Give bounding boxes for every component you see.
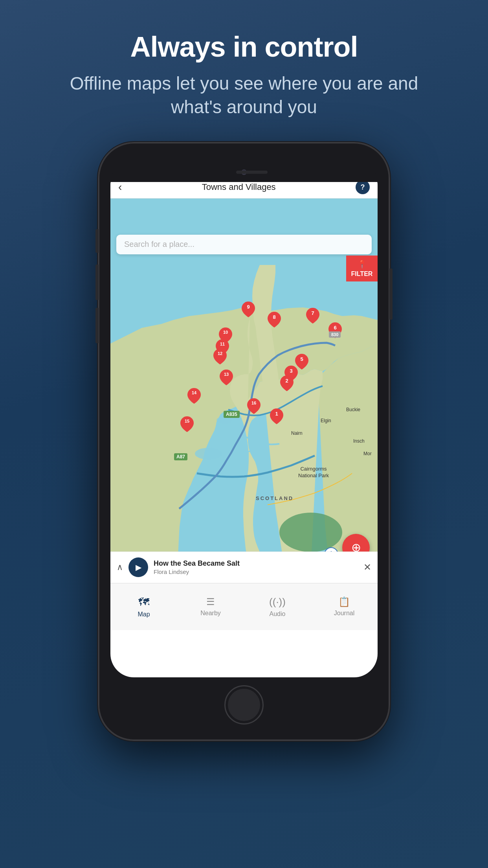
nav-title: Towns and Villages: [202, 182, 276, 192]
tab-journal-label: Journal: [334, 610, 354, 617]
map-pin-13[interactable]: 13: [220, 370, 233, 385]
map-pin-13-label: 13: [224, 372, 229, 377]
tab-map[interactable]: 🗺 Map: [110, 596, 177, 618]
phone-side-button-2: [95, 265, 99, 300]
search-bar-container: Search for a place...: [116, 235, 372, 254]
audio-player: ∧ ▶ How the Sea Became Salt Flora Lindse…: [110, 552, 378, 583]
audio-close-button[interactable]: ✕: [363, 562, 371, 573]
svg-point-1: [195, 448, 222, 460]
map-pin-14[interactable]: 14: [187, 388, 201, 404]
road-label-a835: A835: [224, 411, 240, 418]
map-pin-6-label: 6: [334, 325, 336, 331]
filter-pin-icon: 📍: [357, 259, 367, 269]
tab-nearby-icon: ☰: [206, 596, 215, 607]
tab-audio[interactable]: ((·)) Audio: [244, 596, 311, 618]
map-pin-1-label: 1: [275, 411, 278, 417]
map-pin-15-label: 15: [185, 419, 189, 423]
page-headline: Always in control: [130, 31, 358, 63]
map-pin-3-label: 3: [290, 368, 292, 374]
audio-info: How the Sea Became Salt Flora Lindsey: [154, 559, 358, 575]
search-placeholder: Search for a place...: [124, 240, 194, 249]
phone-notch: [110, 162, 378, 182]
place-mor: Mor: [363, 451, 372, 456]
place-cairngorms: CairngormsNational Park: [298, 466, 329, 479]
audio-play-button[interactable]: ▶: [128, 557, 148, 577]
filter-label: FILTER: [351, 270, 373, 278]
tab-map-icon: 🗺: [138, 596, 149, 609]
place-buckie: Buckie: [346, 407, 360, 412]
search-bar[interactable]: Search for a place...: [116, 235, 372, 254]
map-pin-1[interactable]: 1: [270, 408, 283, 424]
audio-author: Flora Lindsey: [154, 568, 358, 575]
phone-mockup: Carrier 📶 3:49 PM ‹ Towns and Villages ?: [99, 143, 389, 740]
map-pin-12[interactable]: 12: [213, 349, 227, 364]
phone-side-button-1: [95, 229, 99, 253]
tab-journal[interactable]: 📋 Journal: [311, 596, 378, 617]
tab-map-label: Map: [138, 611, 150, 618]
filter-button[interactable]: 📍 FILTER: [346, 256, 378, 281]
phone-screen: Carrier 📶 3:49 PM ‹ Towns and Villages ?: [110, 162, 378, 677]
tab-audio-icon: ((·)): [269, 596, 286, 608]
tab-nearby[interactable]: ☰ Nearby: [177, 596, 244, 617]
map-pin-9[interactable]: 9: [242, 302, 255, 317]
road-label-a87: A87: [174, 453, 187, 460]
tab-audio-label: Audio: [270, 611, 286, 618]
tab-journal-icon: 📋: [338, 596, 350, 607]
map-pin-7-label: 7: [311, 310, 314, 316]
phone-side-button-3: [95, 308, 99, 343]
audio-title: How the Sea Became Salt: [154, 559, 358, 568]
page-subheadline: Offline maps let you see where you are a…: [67, 72, 421, 119]
audio-play-icon: ▶: [136, 563, 141, 572]
tab-bar: 🗺 Map ☰ Nearby ((·)) Audio 📋 Journal: [110, 583, 378, 630]
help-button[interactable]: ?: [356, 180, 370, 194]
phone-speaker: [236, 171, 268, 174]
map-pin-5[interactable]: 5: [295, 354, 308, 370]
map-pin-9-label: 9: [247, 304, 250, 310]
map-pin-10-label: 10: [223, 330, 228, 335]
map-pin-15[interactable]: 15: [180, 416, 194, 432]
phone-home-button[interactable]: [224, 685, 264, 725]
map-pin-16-label: 16: [251, 401, 256, 405]
map-pin-14-label: 14: [192, 390, 196, 395]
map-pin-5-label: 5: [300, 356, 303, 362]
place-scotland: SCOTLAND: [256, 495, 294, 501]
place-nairn: Nairn: [291, 430, 303, 436]
map-pin-8[interactable]: 8: [268, 312, 281, 327]
place-elgin: Elgin: [321, 418, 331, 423]
map-container[interactable]: Search for a place... 📍 FILTER 1 2 3: [110, 199, 378, 630]
map-pin-11-label: 11: [220, 342, 225, 346]
svg-point-3: [279, 513, 342, 552]
map-pin-7[interactable]: 7: [306, 308, 319, 324]
phone-side-button-right: [389, 268, 393, 320]
place-insch: Insch: [353, 438, 365, 444]
audio-chevron-icon[interactable]: ∧: [117, 562, 123, 572]
map-pin-16[interactable]: 16: [247, 398, 261, 414]
map-pin-12-label: 12: [218, 351, 222, 356]
road-label-830: 830: [329, 331, 341, 338]
map-pin-8-label: 8: [273, 314, 275, 320]
tab-nearby-label: Nearby: [200, 610, 221, 617]
back-button[interactable]: ‹: [118, 181, 122, 193]
